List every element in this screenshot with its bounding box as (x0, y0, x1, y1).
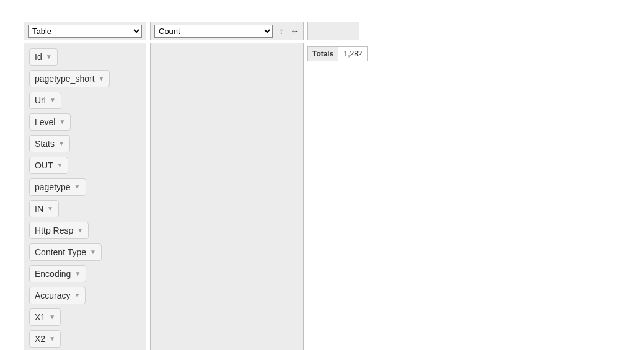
attr-pill-label: Http Resp (35, 225, 73, 235)
attr-pill[interactable]: Encoding▼ (29, 265, 86, 282)
attr-pill-label: Accuracy (35, 291, 71, 300)
attr-pill-label: Id (35, 52, 42, 62)
attr-pill[interactable]: Url▼ (29, 92, 61, 109)
caret-down-icon[interactable]: ▼ (90, 249, 96, 255)
caret-down-icon[interactable]: ▼ (77, 227, 83, 234)
caret-down-icon[interactable]: ▼ (74, 292, 81, 299)
caret-down-icon[interactable]: ▼ (58, 141, 64, 147)
attr-pill-label: Stats (35, 139, 55, 149)
attr-pill-label: IN (35, 204, 43, 214)
attr-pill-label: pagetype_short (35, 74, 95, 84)
attr-pill[interactable]: Level▼ (29, 113, 71, 131)
caret-down-icon[interactable]: ▼ (49, 314, 55, 320)
attr-pill-label: Level (35, 117, 55, 127)
attr-pill[interactable]: Accuracy▼ (29, 287, 86, 304)
col-attrs-container (150, 43, 304, 350)
caret-down-icon[interactable]: ▼ (59, 119, 65, 125)
totals-label: Totals (307, 46, 338, 61)
caret-down-icon[interactable]: ▼ (74, 271, 81, 277)
attr-pill[interactable]: Content Type▼ (29, 243, 102, 261)
aggregator-cell: Count ↕ ↔ (150, 22, 304, 40)
attr-pill-label: OUT (35, 160, 53, 170)
aggregator-select[interactable]: Count (154, 25, 273, 38)
attr-pill[interactable]: pagetype_short▼ (29, 70, 110, 87)
caret-down-icon[interactable]: ▼ (47, 206, 53, 212)
caret-down-icon[interactable]: ▼ (50, 97, 56, 103)
attr-pill-label: X1 (35, 312, 45, 322)
pivot-output-table: Totals 1,282 (307, 46, 368, 61)
attr-pill-label: pagetype (35, 182, 71, 192)
attr-pill-label: Content Type (35, 247, 86, 257)
caret-down-icon[interactable]: ▼ (46, 54, 52, 60)
attr-pill[interactable]: IN▼ (29, 200, 59, 217)
caret-down-icon[interactable]: ▼ (74, 184, 81, 190)
renderer-cell: Table (24, 22, 146, 40)
attr-pill[interactable]: Http Resp▼ (29, 222, 89, 239)
row-attrs-header (307, 22, 359, 40)
attr-pill[interactable]: Id▼ (29, 48, 58, 66)
attr-pill[interactable]: pagetype▼ (29, 178, 86, 196)
totals-value: 1,282 (338, 46, 368, 61)
caret-down-icon[interactable]: ▼ (49, 336, 55, 342)
attr-pill[interactable]: OUT▼ (29, 157, 68, 174)
attr-pill[interactable]: X2▼ (29, 330, 61, 348)
attr-pill[interactable]: X1▼ (29, 308, 61, 326)
sort-rows-icon[interactable]: ↕ (276, 26, 286, 36)
attr-pill-label: Url (35, 95, 46, 105)
attr-pill-label: Encoding (35, 269, 71, 279)
attr-pill-label: X2 (35, 334, 45, 344)
unused-attrs-container: Id▼pagetype_short▼Url▼Level▼Stats▼OUT▼pa… (24, 43, 146, 350)
caret-down-icon[interactable]: ▼ (99, 76, 105, 82)
attr-pill[interactable]: Stats▼ (29, 135, 70, 152)
renderer-select[interactable]: Table (28, 25, 142, 38)
caret-down-icon[interactable]: ▼ (57, 162, 63, 168)
sort-cols-icon[interactable]: ↔ (289, 26, 299, 36)
